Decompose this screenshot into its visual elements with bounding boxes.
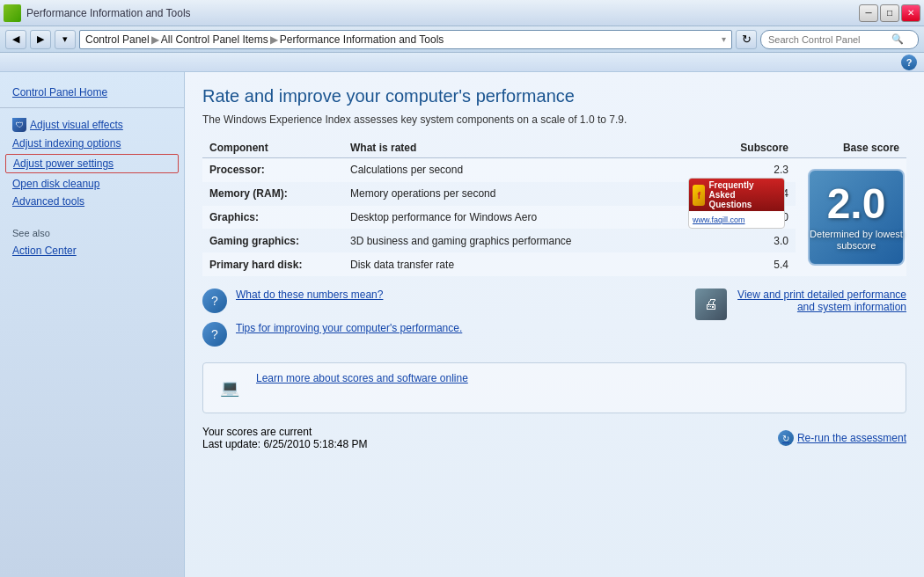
address-bar: ◀ ▶ ▾ Control Panel ▶ All Control Panel …	[0, 26, 924, 53]
path-part2: All Control Panel Items	[161, 33, 268, 46]
sidebar-item-open-disk[interactable]: Open disk cleanup	[0, 175, 184, 193]
faq-title: Frequently Asked Questions	[708, 180, 781, 209]
faq-header: f Frequently Asked Questions	[689, 179, 784, 211]
sidebar-link-label: Adjust power settings	[13, 157, 114, 170]
action-center-label: Action Center	[12, 245, 77, 257]
path-part1: Control Panel	[85, 33, 150, 46]
dropdown-button[interactable]: ▾	[55, 30, 76, 49]
forward-button[interactable]: ▶	[30, 30, 51, 49]
back-button[interactable]: ◀	[5, 30, 26, 49]
status-line1: Your scores are current	[202, 426, 367, 438]
sidebar-item-action-center[interactable]: Action Center	[12, 242, 172, 259]
status-line2: Last update: 6/25/2010 5:18:48 PM	[202, 438, 367, 450]
page-title: Rate and improve your computer's perform…	[202, 86, 906, 106]
rerun-label: Re-run the assessment	[797, 432, 906, 444]
link-text-1[interactable]: Tips for improving your computer's perfo…	[236, 322, 462, 334]
print-icon: 🖨	[695, 288, 727, 320]
path-part3: Performance Information and Tools	[280, 33, 444, 46]
refresh-button[interactable]: ↻	[736, 30, 757, 49]
link-row-0: ? What do these numbers mean?	[202, 288, 462, 313]
faq-url-text: www.faqill.com	[693, 215, 781, 224]
score-badge: 2.0 Determined by lowest subscore	[808, 169, 905, 266]
performance-table-wrapper: Component What is rated Subscore Base sc…	[202, 138, 906, 276]
app-icon	[4, 4, 21, 22]
sidebar-link-label: Adjust indexing options	[12, 137, 121, 150]
search-icon: 🔍	[891, 33, 904, 45]
row-rated-2: Desktop performance for Windows Aero	[343, 206, 725, 230]
table-row: Processor: Calculations per second 2.3	[202, 158, 906, 182]
question-icon-1: ?	[202, 322, 227, 347]
print-link[interactable]: View and print detailed performance and …	[734, 288, 906, 313]
row-rated-1: Memory operations per second	[343, 182, 725, 206]
sidebar-item-adjust-power[interactable]: Adjust power settings	[5, 154, 179, 173]
minimize-button[interactable]: ─	[859, 4, 878, 22]
title-bar: Performance Information and Tools ─ □ ✕	[0, 0, 924, 26]
see-also-label: See also	[12, 228, 172, 238]
sidebar-home-link[interactable]: Control Panel Home	[0, 83, 184, 107]
page-subtitle: The Windows Experience Index assesses ke…	[202, 113, 906, 126]
faq-logo: f	[693, 185, 705, 206]
shield-icon: 🛡	[12, 118, 26, 132]
rerun-link[interactable]: ↻ Re-run the assessment	[778, 430, 906, 446]
faq-box: f Frequently Asked Questions www.faqill.…	[688, 178, 785, 229]
learn-more-link[interactable]: Learn more about scores and software onl…	[256, 372, 468, 384]
sidebar-see-also: See also Action Center	[0, 228, 184, 259]
faq-url: www.faqill.com	[693, 215, 745, 224]
search-input[interactable]	[768, 34, 891, 45]
address-path[interactable]: Control Panel ▶ All Control Panel Items …	[79, 30, 732, 49]
row-component-2: Graphics:	[202, 206, 343, 230]
left-links: ? What do these numbers mean? ? Tips for…	[202, 288, 462, 355]
print-link-area: 🖨 View and print detailed performance an…	[695, 288, 906, 320]
status-text: Your scores are current Last update: 6/2…	[202, 426, 367, 450]
row-rated-3: 3D business and gaming graphics performa…	[343, 229, 725, 252]
score-number: 2.0	[827, 183, 886, 225]
score-badge-cell: f Frequently Asked Questions www.faqill.…	[796, 158, 906, 277]
close-button[interactable]: ✕	[901, 4, 920, 22]
sidebar-item-adjust-indexing[interactable]: Adjust indexing options	[0, 135, 184, 152]
row-component-1: Memory (RAM):	[202, 182, 343, 206]
col-what-rated: What is rated	[343, 138, 725, 158]
maximize-button[interactable]: □	[880, 4, 899, 22]
question-icon-0: ?	[202, 288, 227, 313]
status-row: Your scores are current Last update: 6/2…	[202, 426, 906, 450]
row-subscore-3: 3.0	[725, 229, 796, 252]
search-box[interactable]: 🔍	[760, 30, 919, 49]
path-sep2: ▶	[270, 33, 278, 46]
sidebar-item-adjust-visual[interactable]: 🛡 Adjust visual effects	[0, 115, 184, 135]
learn-more-icon: 💻	[214, 372, 246, 404]
path-sep1: ▶	[151, 33, 159, 46]
title-bar-text: Performance Information and Tools	[26, 7, 191, 19]
rerun-icon: ↻	[778, 430, 794, 446]
row-component-3: Gaming graphics:	[202, 229, 343, 252]
content-area: Rate and improve your computer's perform…	[185, 72, 924, 577]
sidebar-link-label: Open disk cleanup	[12, 178, 99, 190]
row-rated-4: Disk data transfer rate	[343, 252, 725, 276]
sidebar-item-advanced-tools[interactable]: Advanced tools	[0, 193, 184, 210]
col-base-score: Base score	[796, 138, 906, 158]
sidebar: Control Panel Home 🛡 Adjust visual effec…	[0, 72, 185, 577]
main-layout: Control Panel Home 🛡 Adjust visual effec…	[0, 72, 924, 577]
row-rated-0: Calculations per second	[343, 158, 725, 182]
link-text-0[interactable]: What do these numbers mean?	[236, 288, 383, 301]
link-row-1: ? Tips for improving your computer's per…	[202, 322, 462, 347]
performance-table: Component What is rated Subscore Base sc…	[202, 138, 906, 276]
col-component: Component	[202, 138, 343, 158]
sidebar-link-label: Advanced tools	[12, 195, 84, 208]
path-dropdown-arrow: ▾	[722, 34, 726, 44]
row-subscore-4: 5.4	[725, 252, 796, 276]
sidebar-divider	[0, 107, 184, 108]
row-component-4: Primary hard disk:	[202, 252, 343, 276]
help-icon[interactable]: ?	[901, 55, 917, 70]
bottom-section: ? What do these numbers mean? ? Tips for…	[202, 288, 906, 355]
row-component-0: Processor:	[202, 158, 343, 182]
help-bar: ?	[0, 53, 924, 72]
score-label: Determined by lowest subscore	[810, 229, 903, 252]
col-subscore: Subscore	[725, 138, 796, 158]
learn-more-section: 💻 Learn more about scores and software o…	[202, 362, 906, 413]
sidebar-link-label: Adjust visual effects	[30, 119, 123, 131]
